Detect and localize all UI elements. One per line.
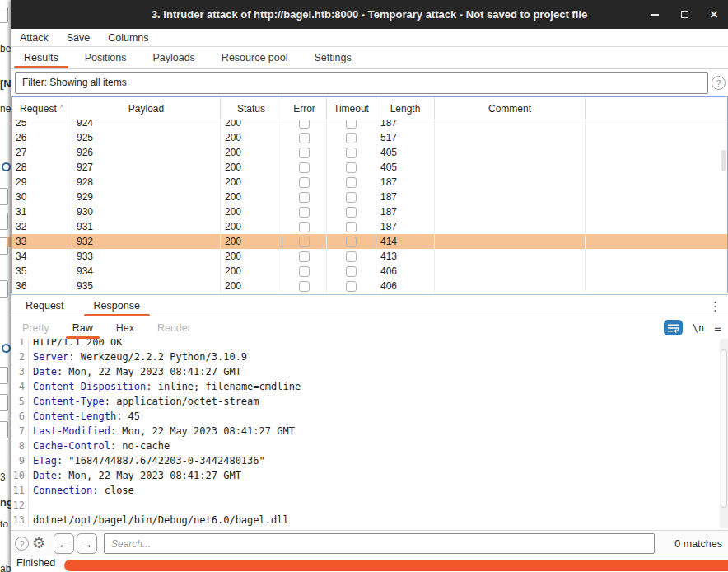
cell-status: 200 bbox=[221, 279, 282, 293]
column-header-status[interactable]: Status bbox=[221, 97, 282, 120]
timeout-checkbox[interactable] bbox=[346, 133, 357, 143]
menu-item-attack[interactable]: Attack bbox=[11, 32, 58, 44]
table-row[interactable]: 28927200405 bbox=[12, 160, 727, 175]
mode-tab-pretty[interactable]: Pretty bbox=[11, 317, 61, 339]
editor-scrollbar-thumb[interactable] bbox=[721, 349, 727, 508]
timeout-checkbox[interactable] bbox=[346, 148, 357, 158]
timeout-checkbox[interactable] bbox=[346, 162, 357, 173]
title-bar[interactable]: 3. Intruder attack of http://bagel.htb:8… bbox=[11, 0, 728, 29]
search-help-icon[interactable]: ? bbox=[15, 537, 29, 551]
viewer-tab-request[interactable]: Request bbox=[11, 295, 79, 316]
timeout-checkbox[interactable] bbox=[346, 281, 357, 292]
timeout-checkbox[interactable] bbox=[346, 177, 357, 188]
editor-line: 4Content-Disposition: inline; filename=c… bbox=[11, 379, 721, 394]
cell-length: 405 bbox=[376, 160, 435, 175]
error-checkbox[interactable] bbox=[299, 148, 310, 158]
cell-status: 200 bbox=[221, 145, 282, 160]
column-header-payload[interactable]: Payload bbox=[72, 97, 221, 120]
table-row[interactable]: 30929200187 bbox=[12, 190, 727, 204]
menu-item-columns[interactable]: Columns bbox=[99, 32, 157, 44]
viewer-menu-icon[interactable]: ⋮ bbox=[709, 299, 721, 314]
line-number: 10 bbox=[11, 468, 29, 483]
column-header-comment[interactable]: Comment bbox=[435, 97, 586, 120]
background-text-fragment: ne bbox=[0, 103, 11, 115]
cell-request: 32 bbox=[12, 219, 72, 234]
table-row[interactable]: 34933200413 bbox=[12, 249, 727, 264]
tab-positions[interactable]: Positions bbox=[72, 48, 140, 68]
sort-ascending-icon: ^ bbox=[60, 104, 63, 112]
background-checkbox-fragment bbox=[0, 280, 8, 298]
maximize-button[interactable] bbox=[677, 7, 692, 22]
line-text: Content-Type: application/octet-stream bbox=[29, 394, 259, 409]
tab-results[interactable]: Results bbox=[11, 48, 72, 68]
error-checkbox[interactable] bbox=[299, 162, 310, 173]
error-checkbox[interactable] bbox=[299, 251, 310, 262]
background-checkbox-fragment bbox=[0, 7, 8, 23]
minimize-button[interactable] bbox=[647, 7, 662, 22]
table-row[interactable]: 31930200187 bbox=[12, 204, 727, 219]
cell-request: 27 bbox=[12, 145, 72, 160]
search-settings-gear-icon[interactable]: ⚙ bbox=[32, 534, 45, 552]
background-help-icon-fragment bbox=[2, 344, 11, 353]
close-button[interactable]: × bbox=[707, 7, 721, 22]
column-header-length[interactable]: Length bbox=[376, 97, 435, 120]
background-checkbox-fragment bbox=[0, 188, 8, 205]
menu-item-save[interactable]: Save bbox=[58, 32, 100, 44]
word-wrap-toggle[interactable] bbox=[664, 320, 683, 335]
cell-comment bbox=[435, 264, 586, 279]
table-row[interactable]: 35934200406 bbox=[12, 264, 727, 279]
table-row[interactable]: 29928200187 bbox=[12, 175, 727, 190]
editor-menu-icon[interactable]: ≡ bbox=[714, 321, 721, 334]
error-checkbox[interactable] bbox=[299, 192, 310, 203]
tab-settings[interactable]: Settings bbox=[301, 48, 364, 68]
error-checkbox[interactable] bbox=[299, 237, 310, 247]
response-editor[interactable]: 1HTTP/1.1 200 OK2Server: Werkzeug/2.2.2 … bbox=[11, 339, 721, 528]
timeout-checkbox[interactable] bbox=[346, 207, 357, 218]
table-row[interactable]: 36935200406 bbox=[12, 279, 727, 293]
tab-payloads[interactable]: Payloads bbox=[139, 48, 208, 68]
header-name: Cache-Control bbox=[33, 440, 110, 452]
cell-request: 35 bbox=[12, 264, 72, 279]
timeout-checkbox[interactable] bbox=[346, 266, 357, 277]
timeout-checkbox[interactable] bbox=[346, 251, 357, 262]
cell-timeout bbox=[327, 279, 376, 293]
newline-toggle[interactable]: \n bbox=[693, 322, 704, 334]
column-header-error[interactable]: Error bbox=[282, 97, 327, 120]
table-row[interactable]: 27926200405 bbox=[12, 145, 727, 160]
attack-progress-bar bbox=[64, 560, 728, 571]
table-row[interactable]: 26925200517 bbox=[12, 130, 727, 145]
table-row[interactable]: 33932200414 bbox=[12, 234, 727, 249]
error-checkbox[interactable] bbox=[299, 266, 310, 277]
error-checkbox[interactable] bbox=[299, 177, 310, 188]
mode-tab-render[interactable]: Render bbox=[146, 317, 203, 339]
timeout-checkbox[interactable] bbox=[346, 192, 357, 203]
timeout-checkbox[interactable] bbox=[346, 237, 357, 247]
close-icon: × bbox=[710, 7, 718, 21]
search-input[interactable] bbox=[104, 533, 655, 554]
column-header-request[interactable]: Request^ bbox=[12, 97, 72, 120]
error-checkbox[interactable] bbox=[299, 222, 310, 232]
cell-filler bbox=[586, 264, 727, 279]
timeout-checkbox[interactable] bbox=[346, 222, 357, 232]
search-next-button[interactable]: → bbox=[77, 533, 97, 554]
error-checkbox[interactable] bbox=[299, 207, 310, 218]
mode-tab-raw[interactable]: Raw bbox=[61, 317, 105, 339]
error-checkbox[interactable] bbox=[299, 281, 310, 292]
error-checkbox[interactable] bbox=[299, 133, 310, 143]
header-value: : 45 bbox=[116, 410, 140, 422]
cell-length: 517 bbox=[376, 130, 435, 145]
table-row[interactable]: 25924200187 bbox=[12, 120, 727, 130]
column-header-timeout[interactable]: Timeout bbox=[327, 97, 376, 120]
cell-payload: 931 bbox=[72, 219, 221, 234]
error-checkbox[interactable] bbox=[299, 120, 310, 129]
table-scrollbar-thumb[interactable] bbox=[721, 150, 726, 171]
tab-resource-pool[interactable]: Resource pool bbox=[208, 48, 301, 68]
table-row[interactable]: 32931200187 bbox=[12, 219, 727, 234]
help-icon[interactable]: ? bbox=[712, 76, 726, 90]
timeout-checkbox[interactable] bbox=[346, 120, 357, 129]
viewer-tab-response[interactable]: Response bbox=[79, 295, 155, 316]
mode-tab-hex[interactable]: Hex bbox=[105, 317, 146, 339]
editor-scrollbar-track[interactable] bbox=[720, 339, 728, 528]
search-previous-button[interactable]: ← bbox=[54, 533, 74, 554]
filter-bar[interactable]: Filter: Showing all items bbox=[15, 72, 708, 94]
